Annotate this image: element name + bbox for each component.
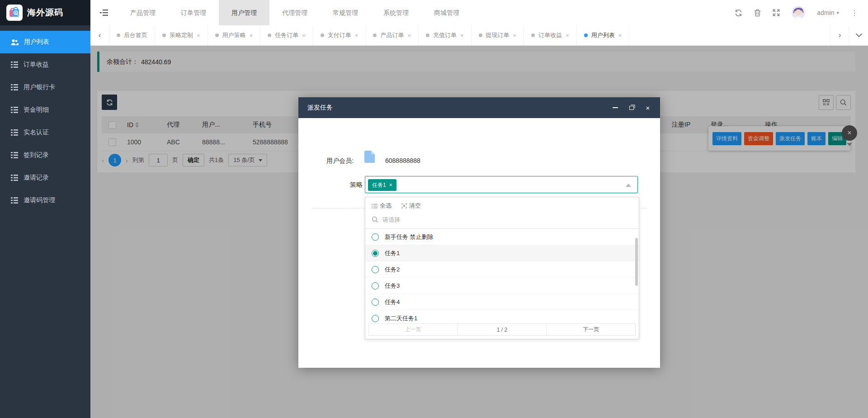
tab-close-icon[interactable]: × <box>302 32 306 39</box>
tab-close-icon[interactable]: × <box>250 32 253 39</box>
option-task1[interactable]: 任务1 <box>365 245 639 261</box>
sidebar-item-real-name[interactable]: 实名认证 <box>0 121 90 144</box>
radio-icon[interactable] <box>372 233 379 241</box>
tab-close-icon[interactable]: × <box>618 32 622 39</box>
tab-pay-orders[interactable]: 支付订单 × <box>313 25 366 45</box>
sidebar-item-invite-code[interactable]: 邀请码管理 <box>0 189 90 212</box>
tab-user-list[interactable]: 用户列表 × <box>577 25 630 45</box>
brand-name: 海外源码 <box>27 7 63 19</box>
tab-order-income[interactable]: 订单收益 × <box>524 25 577 45</box>
tabbar: ‹ 后台首页 策略定制 × 用户策略 × 任务订单 × 支付订单 × 产品订单 … <box>90 25 868 46</box>
sidebar-item-label: 实名认证 <box>24 128 49 137</box>
radio-icon[interactable] <box>372 282 379 290</box>
select-all-icon <box>372 204 377 209</box>
tab-close-icon[interactable]: × <box>197 32 200 39</box>
tab-close-icon[interactable]: × <box>460 32 464 39</box>
tab-user-strategy[interactable]: 用户策略 × <box>208 25 261 45</box>
more-menu-icon[interactable]: ⋮ <box>851 9 858 17</box>
tab-strategy-custom[interactable]: 策略定制 × <box>155 25 208 45</box>
trash-icon[interactable] <box>754 9 761 17</box>
radio-icon[interactable] <box>372 266 379 273</box>
tab-label: 后台首页 <box>124 31 147 39</box>
list-icon <box>11 197 18 204</box>
option-label: 任务4 <box>385 298 400 306</box>
tab-withdraw-orders[interactable]: 提现订单 × <box>472 25 524 45</box>
radio-icon[interactable] <box>372 315 379 322</box>
option-task3[interactable]: 任务3 <box>365 278 639 294</box>
tab-label: 提现订单 <box>486 31 509 39</box>
dropdown-next-button[interactable]: 下一页 <box>546 324 635 335</box>
tab-label: 充值订单 <box>433 31 457 39</box>
tab-dot <box>479 33 482 37</box>
sidebar-item-label: 订单收益 <box>24 61 49 69</box>
tab-label: 用户策略 <box>222 31 246 39</box>
tab-label: 订单收益 <box>538 31 562 39</box>
tab-close-icon[interactable]: × <box>407 32 411 39</box>
fullscreen-icon[interactable] <box>773 9 780 16</box>
clear-button[interactable]: 清空 <box>401 202 421 210</box>
select-all-button[interactable]: 全选 <box>372 202 392 210</box>
brand: $ 海外源码 <box>0 0 90 25</box>
tab-product-orders[interactable]: 产品订单 × <box>366 25 419 45</box>
tab-recharge-orders[interactable]: 充值订单 × <box>419 25 472 45</box>
sidebar-item-user-list[interactable]: 用户列表 <box>0 31 90 53</box>
nav-user-mgmt[interactable]: 用户管理 <box>219 0 269 25</box>
nav-mall-mgmt[interactable]: 商城管理 <box>421 0 472 25</box>
sidebar-menu: 用户列表 订单收益 用户银行卡 资金明细 实名认证 签到记录 邀请记录 邀请码 <box>0 25 90 212</box>
close-icon[interactable]: × <box>645 104 651 111</box>
sidebar-item-funds-detail[interactable]: 资金明细 <box>0 99 90 121</box>
tabs-scroll-left-icon[interactable]: ‹ <box>90 25 109 45</box>
nav-general-mgmt[interactable]: 常规管理 <box>320 0 371 25</box>
list-icon <box>11 129 18 136</box>
sidebar-item-checkin[interactable]: 签到记录 <box>0 144 90 166</box>
sidebar-item-label: 签到记录 <box>24 151 49 159</box>
sidebar-item-user-bankcard[interactable]: 用户银行卡 <box>0 76 90 99</box>
tab-close-icon[interactable]: × <box>566 32 569 39</box>
nav-product-mgmt[interactable]: 产品管理 <box>118 0 168 25</box>
tabs-scroll-right-icon[interactable]: › <box>830 25 849 45</box>
option-task4[interactable]: 任务4 <box>365 294 639 310</box>
avatar[interactable] <box>792 6 805 19</box>
sidebar-item-label: 用户列表 <box>24 38 49 46</box>
tab-label: 策略定制 <box>170 31 193 39</box>
maximize-icon[interactable] <box>628 104 635 111</box>
strategy-dropdown: 全选 清空 请选择 新手任务 禁止删除 任务1 <box>365 197 639 339</box>
option-task2[interactable]: 任务2 <box>365 261 639 278</box>
dropdown-pagination: 上一页 1 / 2 下一页 <box>368 323 636 336</box>
menu-fold-icon[interactable] <box>90 0 118 25</box>
sidebar: $ 海外源码 用户列表 订单收益 用户银行卡 资金明细 实名认证 <box>0 0 90 418</box>
option-label: 第二天任务1 <box>385 314 417 323</box>
tag-remove-icon[interactable]: × <box>389 182 392 188</box>
strategy-select[interactable]: 任务1 × <box>365 176 638 193</box>
sidebar-item-label: 邀请码管理 <box>24 196 55 204</box>
tab-home[interactable]: 后台首页 <box>109 25 155 45</box>
sidebar-item-invite-record[interactable]: 邀请记录 <box>0 166 90 189</box>
nav-system-mgmt[interactable]: 系统管理 <box>371 0 421 25</box>
list-icon <box>11 107 18 113</box>
sidebar-item-order-income[interactable]: 订单收益 <box>0 53 90 76</box>
file-icon <box>364 151 375 164</box>
tab-close-icon[interactable]: × <box>513 32 517 39</box>
tab-label: 产品订单 <box>380 31 404 39</box>
dropdown-prev-button[interactable]: 上一页 <box>369 324 458 335</box>
dropdown-scrollbar[interactable] <box>635 238 638 286</box>
dropdown-search[interactable]: 请选择 <box>365 211 639 229</box>
tab-close-icon[interactable]: × <box>355 32 359 39</box>
users-icon <box>11 39 19 46</box>
select-caret-up-icon <box>626 184 631 187</box>
option-day2-task1[interactable]: 第二天任务1 <box>365 310 639 323</box>
refresh-icon[interactable] <box>735 9 742 17</box>
search-placeholder: 请选择 <box>382 216 400 224</box>
nav-agent-mgmt[interactable]: 代理管理 <box>269 0 320 25</box>
modal-body: 用户会员: 6088888888 策略 任务1 × 全选 清空 <box>298 118 660 368</box>
nav-order-mgmt[interactable]: 订单管理 <box>168 0 219 25</box>
member-label: 用户会员: <box>326 157 354 165</box>
radio-icon[interactable] <box>372 299 379 306</box>
user-menu[interactable]: admin ▾ <box>817 9 839 16</box>
minimize-icon[interactable] <box>612 104 618 111</box>
tab-task-orders[interactable]: 任务订单 × <box>260 25 313 45</box>
radio-checked-icon[interactable] <box>372 250 379 257</box>
option-newbie-task[interactable]: 新手任务 禁止删除 <box>365 229 639 245</box>
tabs-menu-icon[interactable] <box>849 25 868 45</box>
tab-dot <box>162 33 166 37</box>
